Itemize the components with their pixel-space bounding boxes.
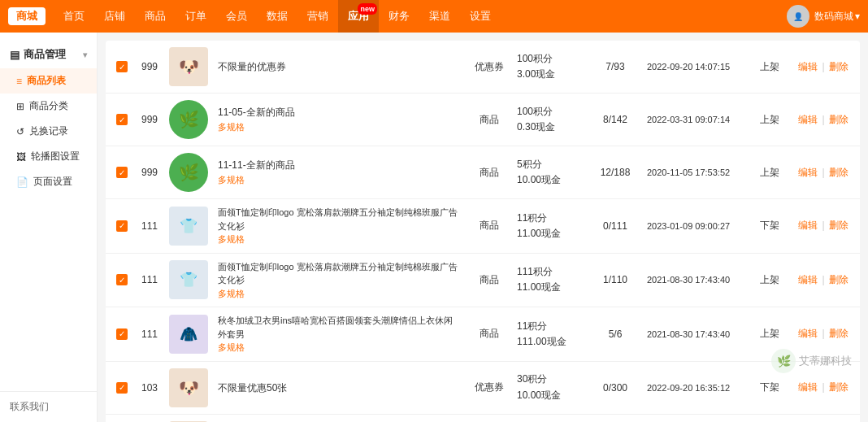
product-price-1: 100积分3.00现金 [514,51,587,82]
sort-4: 111 [133,220,166,232]
multi-spec-6[interactable]: 多规格 [218,342,245,352]
watermark-icon: 🌿 [771,349,796,373]
nav-order[interactable]: 订单 [176,0,216,33]
multi-spec-4[interactable]: 多规格 [218,234,245,244]
nav-product[interactable]: 商品 [135,0,176,33]
sidebar-label-product-list: 商品列表 [27,74,66,88]
sidebar-item-page-settings[interactable]: 📄 页面设置 [0,169,97,194]
product-type-5: 商品 [465,273,514,287]
nav-store[interactable]: 店铺 [94,0,135,33]
sort-5: 111 [133,274,166,285]
product-name-4: 面领T恤定制印logo 宽松落肩款潮牌五分袖定制纯棉班服广告文化衫 多规格 [211,206,465,246]
product-type-4: 商品 [465,219,514,233]
product-thumbnail-5: 👕 [169,260,208,299]
sidebar-section-header[interactable]: ▤ 商品管理 ▾ [0,41,97,68]
product-img-2: 🌿 [166,100,211,139]
delete-link-1[interactable]: 删除 [829,61,848,72]
product-time-4: 2023-01-09 09:00:27 [644,221,749,231]
checkbox-2[interactable]: ✓ [116,114,128,125]
nav-home[interactable]: 首页 [54,0,94,33]
checkbox-6[interactable]: ✓ [116,328,128,340]
multi-spec-2[interactable]: 多规格 [218,122,245,132]
checkbox-1[interactable]: ✓ [116,61,128,72]
sort-7: 103 [133,382,166,394]
nav-marketing[interactable]: 营销 [297,0,338,33]
row-checkbox-7[interactable]: ✓ [111,382,133,394]
product-price-7: 30积分10.00现金 [514,372,587,402]
checkbox-3[interactable]: ✓ [116,167,128,178]
product-type-2: 商品 [465,113,514,127]
nav-items: 首页 店铺 商品 订单 会员 数据 营销 应用new 财务 渠道 设置 [54,0,787,33]
table-row: ✓ 111 🧥 秋冬加绒卫衣男ins嘻哈宽松百搭圆领套头潮牌情侣上衣休闲外套男 … [106,307,860,362]
edit-link-7[interactable]: 编辑 [798,381,818,393]
sidebar-item-product-list[interactable]: ≡ 商品列表 [0,68,97,94]
edit-link-3[interactable]: 编辑 [798,167,818,178]
multi-spec-3[interactable]: 多规格 [218,175,245,185]
edit-link-6[interactable]: 编辑 [798,328,818,339]
product-img-1: 🐶 [166,47,211,86]
nav-channel[interactable]: 渠道 [419,0,460,33]
product-img-7: 🐶 [166,368,211,407]
product-status-6: 上架 [749,327,790,341]
table-row: ✓ 999 🐶 不限量的优惠券 优惠券 100积分3.00现金 7/93 202… [106,41,860,94]
row-checkbox-1[interactable]: ✓ [111,61,133,72]
row-checkbox-2[interactable]: ✓ [111,114,133,125]
delete-link-2[interactable]: 删除 [829,114,848,125]
sidebar-item-exchange[interactable]: ↺ 兑换记录 [0,119,97,144]
product-name-5: 面领T恤定制印logo 宽松落肩款潮牌五分袖定制纯棉班服广告文化衫 多规格 [211,260,465,301]
product-time-3: 2020-11-05 17:53:52 [644,167,749,177]
product-time-6: 2021-08-30 17:43:40 [644,329,749,339]
chevron-down-icon: ▾ [855,11,860,22]
product-type-6: 商品 [465,327,514,341]
nav-settings[interactable]: 设置 [460,0,501,33]
table-row: ✓ 103 🐶 不限量优惠50张 优惠券 30积分10.00现金 0/300 2… [106,362,860,415]
product-table: ✓ 999 🐶 不限量的优惠券 优惠券 100积分3.00现金 7/93 202… [106,41,860,422]
nav-member[interactable]: 会员 [216,0,257,33]
user-area[interactable]: 👤 数码商城 ▾ [787,5,860,28]
logo[interactable]: 商城 [8,7,46,25]
nav-data[interactable]: 数据 [257,0,297,33]
product-sales-7: 0/300 [587,382,644,394]
product-sales-1: 7/93 [587,61,644,72]
delete-link-7[interactable]: 删除 [829,381,848,393]
sidebar-section-goods: ▤ 商品管理 ▾ ≡ 商品列表 ⊞ 商品分类 ↺ 兑换记录 🖼 轮播图设置 📄 [0,41,97,194]
avatar: 👤 [787,5,809,28]
product-status-3: 上架 [749,166,790,180]
table-row: ✓ 100 🐶 不限量优惠30% 优惠券 22积分2.22现金 10/10 20… [106,415,860,423]
multi-spec-5[interactable]: 多规格 [218,289,245,298]
delete-link-6[interactable]: 删除 [829,328,848,339]
checkbox-7[interactable]: ✓ [116,382,128,394]
nav-app[interactable]: 应用new [338,0,379,33]
sidebar-item-product-category[interactable]: ⊞ 商品分类 [0,94,97,119]
edit-link-5[interactable]: 编辑 [798,274,818,285]
main-layout: ▤ 商品管理 ▾ ≡ 商品列表 ⊞ 商品分类 ↺ 兑换记录 🖼 轮播图设置 📄 [0,33,868,422]
product-name-6: 秋冬加绒卫衣男ins嘻哈宽松百搭圆领套头潮牌情侣上衣休闲外套男 多规格 [211,314,465,355]
product-thumbnail-3: 🌿 [169,153,208,192]
delete-link-5[interactable]: 删除 [829,274,848,285]
sidebar-item-carousel[interactable]: 🖼 轮播图设置 [0,144,97,169]
nav-finance[interactable]: 财务 [379,0,419,33]
row-checkbox-3[interactable]: ✓ [111,167,133,178]
product-type-7: 优惠券 [465,381,514,394]
delete-link-4[interactable]: 删除 [829,220,848,231]
checkbox-4[interactable]: ✓ [116,220,128,232]
edit-link-1[interactable]: 编辑 [798,61,818,72]
product-img-5: 👕 [166,260,211,299]
product-action-2: 编辑 | 删除 [790,113,855,127]
checkbox-5[interactable]: ✓ [116,274,128,285]
row-checkbox-4[interactable]: ✓ [111,220,133,232]
sidebar-contact[interactable]: 联系我们 [0,391,97,422]
delete-link-3[interactable]: 删除 [829,167,848,178]
product-type-1: 优惠券 [465,60,514,74]
chevron-icon: ▾ [83,50,87,59]
sidebar-grid-icon: ▤ [10,49,20,61]
sidebar-label-exchange: 兑换记录 [29,124,68,138]
edit-link-4[interactable]: 编辑 [798,220,818,231]
product-name-7: 不限量优惠50张 [211,381,465,395]
new-badge: new [358,3,377,15]
product-time-5: 2021-08-30 17:43:40 [644,275,749,285]
row-checkbox-6[interactable]: ✓ [111,328,133,340]
edit-link-2[interactable]: 编辑 [798,114,818,125]
row-checkbox-5[interactable]: ✓ [111,274,133,285]
sort-2: 999 [133,114,166,125]
